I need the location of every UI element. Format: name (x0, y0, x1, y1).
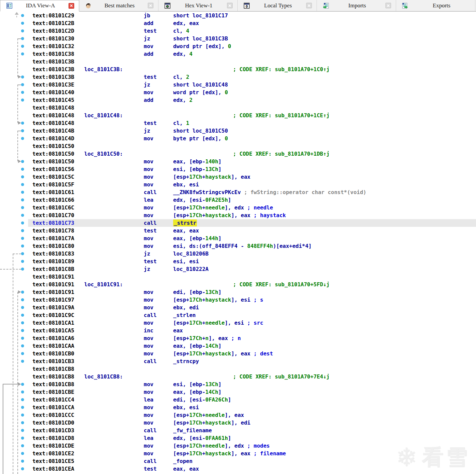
listing-line[interactable]: text:08101CE5call_fopen (28, 457, 476, 465)
instruction-dot (21, 337, 24, 340)
instruction-dot (21, 352, 24, 355)
listing-line[interactable]: text:08101CD0mov[esp+17Ch+haystack], edi (28, 419, 476, 427)
listing-line[interactable]: text:08101CD8leaedx, [esi-0FAA61h] (28, 434, 476, 442)
listing-line[interactable]: text:08101CA1mov[esp+17Ch+needle], esi ;… (28, 319, 476, 327)
listing-line[interactable]: text:08101C30jzshort loc_8101C3B (28, 35, 476, 42)
instruction-dot (21, 414, 24, 417)
listing-line[interactable]: text:08101CB8movesi, [ebp-13Ch] (28, 380, 476, 388)
listing-line[interactable]: text:08101C50 (28, 142, 476, 150)
close-icon[interactable] (306, 3, 312, 8)
listing-line[interactable]: text:08101CB8 (28, 365, 476, 373)
listing-line[interactable]: text:08101C78testeax, eax (28, 227, 476, 234)
listing-line[interactable]: text:08101C91movedi, [ebp-13Ch] (28, 288, 476, 296)
listing-line[interactable]: text:08101C2Baddedx, eax (28, 19, 476, 27)
listing-line[interactable]: text:08101C9Amovebx, edi (28, 304, 476, 311)
listing-line[interactable]: text:08101C4Dmovbyte ptr [edx], 0 (28, 135, 476, 142)
listing-line[interactable]: text:08101C6Cmov[esp+17Ch+needle], edx ;… (28, 204, 476, 211)
listing-line[interactable]: text:08101C5Fmovebx, esi (28, 181, 476, 188)
operands: edx, 4 (173, 50, 193, 58)
listing-line[interactable]: text:08101C48testcl, 1 (28, 119, 476, 127)
mnemonic: test (144, 73, 157, 81)
tab-best-matches[interactable]: Best matches (79, 0, 158, 11)
listing-line[interactable]: text:08101C40movword ptr [edx], 0 (28, 89, 476, 96)
operands: ebx, esi (173, 404, 199, 411)
listing-line[interactable]: text:08101CCAmovebx, esi (28, 404, 476, 411)
listing-line[interactable]: text:08101C3Bloc_8101C3B:; CODE XREF: su… (28, 65, 476, 73)
listing-line[interactable]: text:08101C38addedx, 4 (28, 50, 476, 58)
listing-line[interactable]: text:08101CB3call_strncpy (28, 357, 476, 365)
listing-line[interactable]: text:08101C5Cmov[esp+17Ch+haystack], eax (28, 173, 476, 181)
listing-line[interactable]: text:08101CB8loc_8101CB8:; CODE XREF: su… (28, 373, 476, 380)
tab-hex-view-1[interactable]: Hex View-1 (158, 0, 238, 11)
instruction-dot (21, 321, 24, 324)
address: text:08101C9C (32, 311, 74, 319)
instruction-dot (21, 99, 24, 102)
close-icon[interactable] (385, 3, 391, 8)
listing-line[interactable]: text:08101CAAmoveax, [ebp-14Ch] (28, 342, 476, 350)
listing-line[interactable]: text:08101C61call__ZNK8fwStringcvPKcEv ;… (28, 188, 476, 196)
close-icon[interactable] (69, 3, 74, 9)
mnemonic: mov (144, 234, 153, 242)
listing-line[interactable]: text:08101CA6mov[esp+17Ch+n], eax ; n (28, 334, 476, 342)
tab-imports[interactable]: Imports (317, 0, 396, 11)
jump-line (17, 131, 18, 161)
listing-line[interactable]: text:08101CC4leaedi, [esi-0FA26Ch] (28, 396, 476, 404)
listing-line[interactable]: text:08101C7Amoveax, [ebp-144h] (28, 234, 476, 242)
listing-line[interactable]: text:08101C83jzloc_810206B (28, 250, 476, 258)
address: text:08101C40 (32, 89, 74, 96)
listing-line[interactable]: text:08101C45addedx, 2 (28, 96, 476, 104)
listing-line[interactable]: text:08101C29jbshort loc_8101C17 (28, 12, 476, 19)
listing-line[interactable]: text:08101C3Btestcl, 2 (28, 73, 476, 81)
address: text:08101CEA (32, 465, 74, 473)
instruction-dot (21, 383, 24, 386)
jump-line (17, 38, 21, 39)
listing-line[interactable]: text:08101CB0mov[esp+17Ch+haystack], eax… (28, 350, 476, 357)
address: text:08101C29 (32, 12, 74, 19)
close-icon[interactable] (148, 3, 153, 8)
listing-line[interactable]: text:08101C50moveax, [ebp-140h] (28, 158, 476, 165)
listing-line[interactable]: text:08101C97mov[esp+17Ch+haystack], esi… (28, 296, 476, 304)
mnemonic: mov (144, 380, 153, 388)
jump-arrowhead-icon (18, 160, 21, 163)
listing-line[interactable]: text:08101C66leaedx, [esi-0FA2E5h] (28, 196, 476, 204)
listing-line[interactable]: text:08101C56movesi, [ebp-13Ch] (28, 165, 476, 173)
close-icon[interactable] (227, 3, 233, 8)
listing-line[interactable]: text:08101C48loc_8101C48:; CODE XREF: su… (28, 112, 476, 119)
listing-line[interactable]: text:08101C3Ejzshort loc_8101C48 (28, 81, 476, 89)
jump-line (13, 254, 13, 474)
listing-line[interactable]: text:08101C70mov[esp+17Ch+haystack], eax… (28, 211, 476, 219)
listing-line[interactable]: text:08101CA5inceax (28, 327, 476, 334)
listing-line[interactable]: text:08101C8Bjzloc_810222A (28, 265, 476, 273)
tab-exports[interactable]: Exports (396, 0, 475, 11)
listing-line[interactable]: text:08101C3B (28, 58, 476, 65)
instruction-dot (21, 229, 24, 232)
address: text:08101CD0 (32, 419, 74, 427)
listing-line[interactable]: text:08101CDEmov[esp+17Ch+needle], edx ;… (28, 442, 476, 450)
listing-line[interactable]: text:08101C48 (28, 104, 476, 112)
listing-line[interactable]: text:08101CE2mov[esp+17Ch+haystack], eax… (28, 450, 476, 457)
listing-line[interactable]: text:08101CCCmov[esp+17Ch+needle], eax (28, 411, 476, 419)
address: text:08101C4D (32, 135, 74, 142)
listing-line[interactable]: text:08101C50loc_8101C50:; CODE XREF: su… (28, 150, 476, 158)
listing-line[interactable]: text:08101C2Dtestcl, 4 (28, 27, 476, 35)
listing-line[interactable]: text:08101CD3call_fw_filename (28, 427, 476, 434)
listing-line[interactable]: text:08101C91 (28, 273, 476, 281)
tab-ida-view-a[interactable]: IDA View-A (0, 0, 79, 12)
location-label: loc_8101CB8: (84, 373, 123, 380)
operands: short loc_8101C3B (173, 35, 228, 42)
listing-line[interactable]: text:08101C73call_strstr (28, 219, 476, 227)
tab-local-types[interactable]: 0 Local Types (238, 0, 317, 11)
jump-exit-top-icon (15, 12, 19, 15)
listing-line[interactable]: text:08101CBEmoveax, [ebp-14Ch] (28, 388, 476, 396)
listing-line[interactable]: text:08101CEAtesteax, eax (28, 465, 476, 473)
listing-line[interactable]: text:08101C89testesi, esi (28, 258, 476, 265)
listing-line[interactable]: text:08101C91loc_8101C91:; CODE XREF: su… (28, 281, 476, 288)
listing-line[interactable]: text:08101C4Bjzshort loc_8101C50 (28, 127, 476, 135)
listing-line[interactable]: text:08101C32movdword ptr [edx], 0 (28, 42, 476, 50)
mnemonic: call (144, 311, 157, 319)
instruction-dot (21, 14, 24, 17)
address: text:08101C50 (32, 142, 74, 150)
listing-line[interactable]: text:08101C80movesi, ds:(off_848EFF4 - 8… (28, 242, 476, 250)
address: text:08101CC4 (32, 396, 74, 404)
listing-line[interactable]: text:08101C9Ccall_strlen (28, 311, 476, 319)
